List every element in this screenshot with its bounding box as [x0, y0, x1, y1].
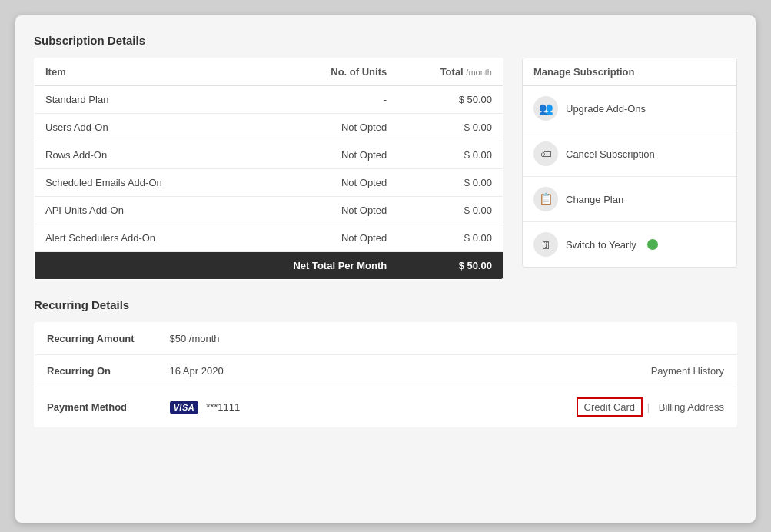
subscription-section: Subscription Details Item No. of Units T… — [34, 34, 737, 280]
manage-icon-change: 📋 — [533, 187, 558, 211]
col-header-units: No. of Units — [233, 58, 398, 86]
row-total: $ 0.00 — [397, 169, 503, 197]
table-row: Alert Schedulers Add-On Not Opted $ 0.00 — [35, 224, 503, 252]
row-item: Scheduled Emails Add-On — [35, 169, 233, 197]
table-row: Payment Method VISA ***1111 Credit Card … — [35, 387, 737, 427]
main-layout: Item No. of Units Total /month Standard — [34, 58, 737, 280]
subscription-section-title: Subscription Details — [34, 34, 737, 47]
manage-item-label-change: Change Plan — [566, 194, 623, 205]
recurring-on-action: Payment History — [363, 355, 736, 387]
credit-card-link[interactable]: Credit Card — [577, 397, 643, 417]
manage-icon-cancel: 🏷 — [533, 141, 558, 166]
row-units: Not Opted — [233, 224, 398, 252]
visa-logo: VISA — [170, 401, 199, 414]
table-header-row: Item No. of Units Total /month — [35, 58, 503, 86]
total-row: Net Total Per Month $ 50.00 — [35, 252, 503, 280]
recurring-section-title: Recurring Details — [34, 298, 737, 311]
col-header-item: Item — [35, 58, 233, 86]
table-row: Scheduled Emails Add-On Not Opted $ 0.00 — [35, 169, 503, 197]
row-item: API Units Add-On — [35, 197, 233, 224]
table-row: Recurring Amount $50 /month — [35, 323, 737, 355]
row-units: - — [233, 86, 398, 114]
total-net-label: Net Total Per Month — [233, 252, 398, 280]
row-units: Not Opted — [233, 114, 398, 141]
table-row: Users Add-On Not Opted $ 0.00 — [35, 114, 503, 141]
row-total: $ 0.00 — [397, 197, 503, 224]
right-panel: Manage Subscription 👥 Upgrade Add-Ons 🏷 … — [522, 58, 737, 280]
payment-method-label: Payment Method — [35, 387, 158, 427]
card-number: ***1111 — [206, 401, 240, 413]
switch-yearly-indicator — [647, 239, 658, 250]
table-row: API Units Add-On Not Opted $ 0.00 — [35, 197, 503, 224]
manage-panel: Manage Subscription 👥 Upgrade Add-Ons 🏷 … — [522, 58, 737, 268]
payment-method-action: Credit Card | Billing Address — [363, 387, 736, 427]
row-units: Not Opted — [233, 169, 398, 197]
payment-method-cell: VISA ***1111 — [170, 401, 351, 414]
col-header-total: Total /month — [397, 58, 503, 86]
recurring-section: Recurring Details Recurring Amount $50 /… — [34, 298, 737, 427]
row-item: Standard Plan — [35, 86, 233, 114]
table-row: Recurring On 16 Apr 2020 Payment History — [35, 355, 737, 387]
row-item: Alert Schedulers Add-On — [35, 224, 233, 252]
total-value: $ 50.00 — [397, 252, 503, 280]
row-total: $ 0.00 — [397, 224, 503, 252]
row-units: Not Opted — [233, 197, 398, 224]
row-units: Not Opted — [233, 141, 398, 169]
row-total: $ 0.00 — [397, 114, 503, 141]
manage-item-label-cancel: Cancel Subscription — [566, 148, 655, 160]
manage-item-change[interactable]: 📋 Change Plan — [523, 177, 736, 222]
manage-item-label-switch: Switch to Yearly — [566, 239, 636, 251]
manage-item-switch[interactable]: 🗓 Switch to Yearly — [523, 222, 736, 267]
main-card: Subscription Details Item No. of Units T… — [15, 15, 756, 523]
manage-item-cancel[interactable]: 🏷 Cancel Subscription — [523, 131, 736, 177]
payment-method-value: VISA ***1111 — [158, 387, 364, 427]
billing-address-link[interactable]: Billing Address — [659, 401, 724, 413]
row-item: Rows Add-On — [35, 141, 233, 169]
row-total: $ 0.00 — [397, 141, 503, 169]
recurring-on-label: Recurring On — [35, 355, 158, 387]
table-row: Rows Add-On Not Opted $ 0.00 — [35, 141, 503, 169]
total-label — [35, 252, 233, 280]
left-panel: Item No. of Units Total /month Standard — [34, 58, 503, 280]
separator: | — [647, 401, 650, 413]
manage-item-label-upgrade: Upgrade Add-Ons — [566, 103, 646, 115]
table-row: Standard Plan - $ 50.00 — [35, 86, 503, 114]
row-item: Users Add-On — [35, 114, 233, 141]
manage-icon-switch: 🗓 — [533, 232, 558, 257]
recurring-amount-label: Recurring Amount — [35, 323, 158, 355]
recurring-table: Recurring Amount $50 /month Recurring On… — [34, 322, 737, 427]
payment-history-link[interactable]: Payment History — [651, 365, 724, 377]
subscription-table: Item No. of Units Total /month Standard — [34, 58, 503, 280]
recurring-amount-action — [363, 323, 736, 355]
row-total: $ 50.00 — [397, 86, 503, 114]
manage-panel-header: Manage Subscription — [523, 58, 736, 86]
manage-icon-upgrade: 👥 — [533, 96, 558, 121]
recurring-on-value: 16 Apr 2020 — [158, 355, 364, 387]
manage-item-upgrade[interactable]: 👥 Upgrade Add-Ons — [523, 86, 736, 131]
recurring-amount-value: $50 /month — [158, 323, 364, 355]
